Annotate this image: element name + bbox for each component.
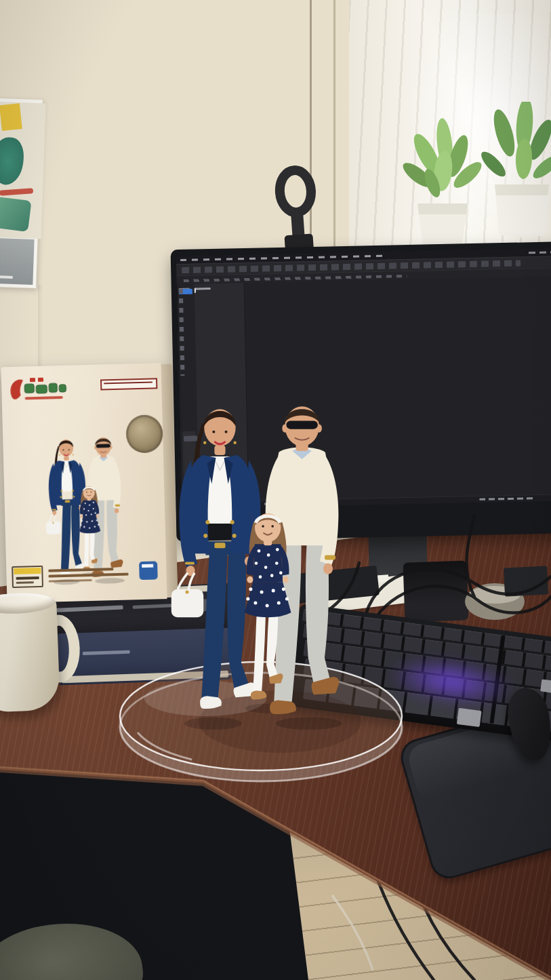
curtain-cord — [333, 0, 335, 252]
monitor-hook — [266, 165, 328, 258]
speaker — [403, 560, 468, 622]
box-corner-badge — [12, 566, 43, 588]
family-figurines — [114, 387, 401, 739]
status-info — [479, 497, 533, 501]
menubar-right-items — [529, 251, 551, 254]
potted-plants — [385, 102, 551, 266]
light-keycap — [457, 708, 482, 727]
right-panel-icon-column — [179, 289, 185, 376]
desk-scene-photo — [0, 0, 551, 980]
poster-caption-band — [0, 238, 35, 285]
mug-body — [0, 597, 60, 713]
coffee-mug — [0, 585, 83, 724]
potted-plant-right — [478, 102, 551, 237]
poster-artwork — [0, 102, 46, 239]
black-device — [504, 566, 548, 596]
light-keycap — [540, 679, 551, 693]
potted-plant-left — [399, 117, 485, 248]
box-brand-logo — [7, 374, 71, 408]
wall-poster — [0, 98, 43, 288]
